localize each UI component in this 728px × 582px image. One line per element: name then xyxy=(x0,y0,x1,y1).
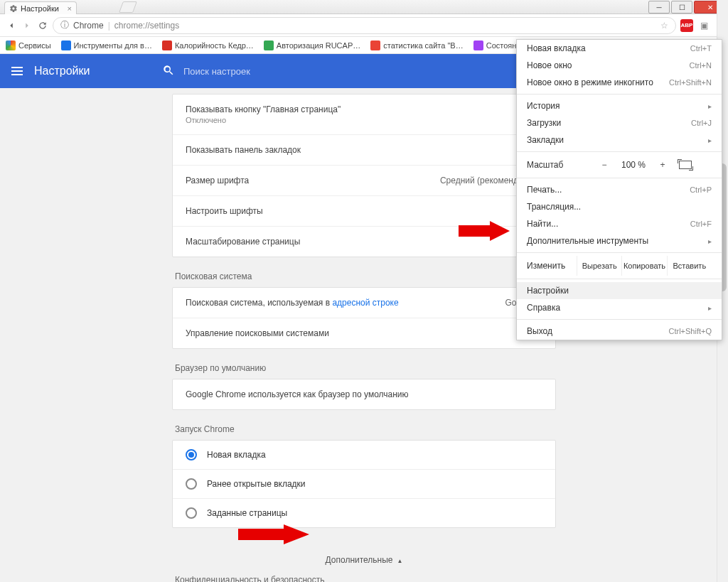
browser-toolbar: ⓘ Chrome | chrome://settings ☆ ABP ▣ xyxy=(0,14,728,37)
menu-more-tools[interactable]: Дополнительные инструменты▸ xyxy=(517,232,722,249)
startup-option[interactable]: Ранее открытые вкладки xyxy=(173,469,555,498)
chevron-up-icon: ▲ xyxy=(397,558,403,564)
startup-option[interactable]: Заданные страницы xyxy=(173,498,555,527)
zoom-value: 100 % xyxy=(618,160,649,170)
svg-marker-1 xyxy=(238,524,309,544)
startup-card: Новая вкладка Ранее открытые вкладки Зад… xyxy=(172,440,556,528)
menu-edit-row: Изменить Вырезать Копировать Вставить xyxy=(517,256,722,276)
advanced-toggle[interactable]: Дополнительные▲ xyxy=(172,542,556,575)
manage-engines-row[interactable]: Управление поисковыми системами › xyxy=(173,318,555,348)
default-browser-row: Google Chrome используется как браузер п… xyxy=(173,379,555,409)
menu-incognito[interactable]: Новое окно в режиме инкогнитоCtrl+Shift+… xyxy=(517,74,722,91)
chrome-main-menu: Новая вкладкаCtrl+T Новое окноCtrl+N Нов… xyxy=(516,39,722,340)
radio-icon xyxy=(186,449,197,460)
reload-button[interactable] xyxy=(37,20,48,31)
browser-tab[interactable]: Настройки × xyxy=(4,1,77,14)
menu-zoom: Масштаб − 100 % + xyxy=(517,155,722,175)
section-title: Поисковая система xyxy=(175,271,556,281)
row-label: Масштабирование страницы xyxy=(186,237,300,247)
info-icon: ⓘ xyxy=(60,19,69,31)
chevron-right-icon: ▸ xyxy=(708,304,712,312)
section-title: Запуск Chrome xyxy=(175,424,556,434)
svg-marker-0 xyxy=(459,221,510,241)
menu-find[interactable]: Найти...Ctrl+F xyxy=(517,215,722,232)
back-button[interactable] xyxy=(6,20,17,31)
annotation-arrow xyxy=(238,524,309,544)
close-tab-icon[interactable]: × xyxy=(68,4,72,13)
show-bookmarks-row[interactable]: Показывать панель закладок xyxy=(173,134,555,165)
row-label: Управление поисковыми системами xyxy=(186,328,329,338)
address-bar[interactable]: ⓘ Chrome | chrome://settings ☆ xyxy=(53,17,676,34)
menu-exit[interactable]: ВыходCtrl+Shift+Q xyxy=(517,323,722,340)
bookmark-item[interactable]: Сервисы xyxy=(6,41,51,50)
minimize-button[interactable]: ─ xyxy=(648,1,670,14)
search-engine-card: Поисковая система, используемая в адресн… xyxy=(172,287,556,349)
chevron-right-icon: ▸ xyxy=(708,136,712,144)
bookmark-item[interactable]: Авторизация RUCAP… xyxy=(264,41,360,50)
page-title: Настройки xyxy=(34,65,162,77)
default-browser-card: Google Chrome используется как браузер п… xyxy=(172,379,556,410)
forward-button[interactable] xyxy=(21,20,33,31)
window-titlebar: ─ ☐ ✕ xyxy=(0,0,728,14)
copy-button[interactable]: Копировать xyxy=(621,256,666,276)
row-label: Размер шрифта xyxy=(186,176,249,185)
url-scheme: Chrome xyxy=(73,21,104,31)
section-title: Браузер по умолчанию xyxy=(175,363,556,373)
chevron-right-icon: ▸ xyxy=(708,237,712,245)
menu-icon[interactable] xyxy=(0,67,34,75)
row-sublabel: Отключено xyxy=(186,116,341,124)
menu-cast[interactable]: Трансляция... xyxy=(517,198,722,215)
startup-option[interactable]: Новая вкладка xyxy=(173,441,555,469)
radio-icon xyxy=(186,507,197,519)
menu-new-window[interactable]: Новое окноCtrl+N xyxy=(517,57,722,74)
abp-extension-icon[interactable]: ABP xyxy=(680,19,693,32)
menu-new-tab[interactable]: Новая вкладкаCtrl+T xyxy=(517,40,722,57)
gear-icon xyxy=(9,4,18,13)
tab-title: Настройки xyxy=(21,4,59,13)
row-label: Google Chrome используется как браузер п… xyxy=(186,389,409,399)
menu-downloads[interactable]: ЗагрузкиCtrl+J xyxy=(517,114,722,131)
section-title: Конфиденциальность и безопасность xyxy=(175,575,556,582)
chevron-right-icon: ▸ xyxy=(708,102,712,110)
url-text: chrome://settings xyxy=(114,21,179,31)
row-label: Показывать панель закладок xyxy=(186,145,301,155)
bookmark-star-icon[interactable]: ☆ xyxy=(660,21,668,31)
fullscreen-icon[interactable] xyxy=(679,161,692,169)
radio-icon xyxy=(186,478,197,490)
extension-icon[interactable]: ▣ xyxy=(697,19,710,32)
menu-settings[interactable]: Настройки xyxy=(517,282,722,299)
font-size-row[interactable]: Размер шрифта Средний (рекомендуется) xyxy=(173,165,555,195)
menu-history[interactable]: История▸ xyxy=(517,97,722,114)
row-label: Настроить шрифты xyxy=(186,206,263,216)
bookmark-item[interactable]: Инструменты для в… xyxy=(61,41,152,50)
home-button-row[interactable]: Показывать кнопку "Главная страница" Отк… xyxy=(173,95,555,134)
menu-print[interactable]: Печать...Ctrl+P xyxy=(517,181,722,198)
annotation-arrow xyxy=(459,221,510,241)
menu-help[interactable]: Справка▸ xyxy=(517,299,722,316)
search-icon xyxy=(162,64,175,79)
address-bar-link[interactable]: адресной строке xyxy=(332,298,398,308)
search-engine-row[interactable]: Поисковая система, используемая в адресн… xyxy=(173,288,555,318)
zoom-in-button[interactable]: + xyxy=(655,160,670,170)
row-label: Показывать кнопку "Главная страница" xyxy=(186,104,341,114)
cut-button[interactable]: Вырезать xyxy=(577,256,621,276)
maximize-button[interactable]: ☐ xyxy=(671,1,692,14)
search-input[interactable] xyxy=(183,66,468,77)
paste-button[interactable]: Вставить xyxy=(667,256,712,276)
zoom-out-button[interactable]: − xyxy=(596,160,612,170)
bookmark-item[interactable]: Калорийность Кедр… xyxy=(162,41,254,50)
bookmark-item[interactable]: статистика сайта "В… xyxy=(370,41,463,50)
menu-bookmarks[interactable]: Закладки▸ xyxy=(517,131,722,149)
